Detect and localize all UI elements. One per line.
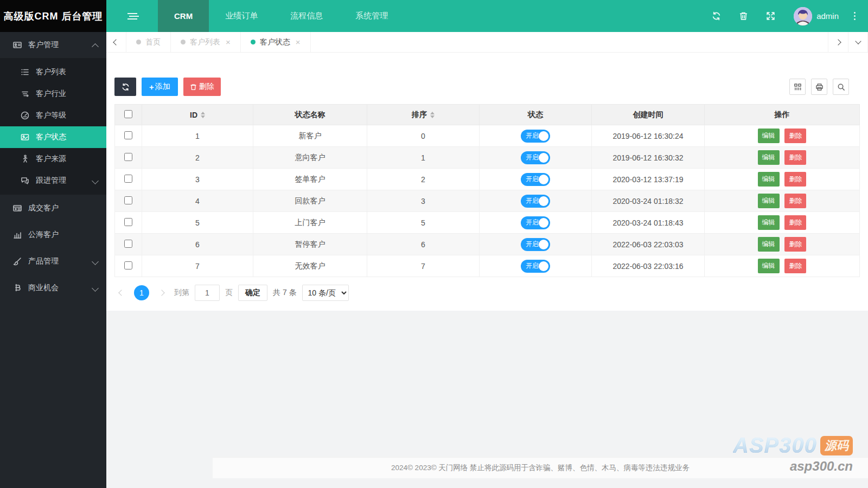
delete-button[interactable]: 删除 — [784, 194, 806, 208]
sidebar-collapse-button[interactable] — [106, 0, 158, 32]
sidebar-item-follow-management[interactable]: 跟进管理 — [0, 170, 106, 191]
tab-close-icon[interactable]: × — [226, 37, 231, 47]
cell-sort: 2 — [367, 169, 480, 190]
edit-button[interactable]: 编辑 — [758, 150, 780, 165]
status-toggle[interactable]: 开启 — [521, 130, 550, 143]
search-button[interactable] — [833, 79, 849, 95]
edit-button[interactable]: 编辑 — [758, 129, 780, 143]
add-button[interactable]: + 添加 — [142, 78, 178, 96]
edit-button[interactable]: 编辑 — [758, 237, 780, 252]
tab-customer-list[interactable]: 客户列表 × — [171, 32, 241, 52]
refresh-button[interactable] — [703, 0, 730, 32]
sidebar-item-product-management[interactable]: 产品管理 — [0, 248, 106, 274]
status-toggle[interactable]: 开启 — [521, 238, 550, 251]
delete-button[interactable]: 删除 — [784, 150, 806, 165]
username-label[interactable]: admin — [816, 11, 839, 21]
id-card-icon — [13, 204, 22, 213]
tab-scroll-right-button[interactable] — [828, 32, 848, 52]
header-created-time: 创建时间 — [592, 105, 705, 125]
cell-action: 编辑 删除 — [705, 125, 860, 147]
cell-created-time: 2019-06-12 16:30:32 — [592, 147, 705, 169]
row-checkbox[interactable] — [124, 131, 132, 139]
batch-delete-button[interactable]: 删除 — [183, 78, 221, 96]
status-toggle[interactable]: 开启 — [521, 260, 550, 273]
next-page-button[interactable] — [155, 286, 169, 300]
toggle-knob — [539, 175, 548, 184]
cell-status-name: 无效客户 — [253, 255, 367, 277]
fullscreen-button[interactable] — [757, 0, 784, 32]
sidebar-item-business-opportunity[interactable]: 商业机会 — [0, 274, 106, 301]
table-row: 1 新客户 0 开启 2019-06-12 16:30:24 编辑 删除 — [115, 125, 860, 147]
columns-grid-icon — [794, 83, 802, 91]
table-refresh-button[interactable] — [114, 78, 136, 96]
edit-button[interactable]: 编辑 — [758, 215, 780, 230]
row-checkbox[interactable] — [124, 153, 132, 161]
tab-scroll-left-button[interactable] — [106, 32, 126, 52]
sidebar-item-customer-level[interactable]: 客户等级 — [0, 105, 106, 126]
sidebar-item-customer-source[interactable]: 客户来源 — [0, 148, 106, 170]
topnav-item-system[interactable]: 系统管理 — [339, 0, 404, 32]
delete-button[interactable]: 删除 — [784, 215, 806, 230]
refresh-icon — [122, 83, 130, 91]
header-sort[interactable]: 排序 — [367, 105, 480, 125]
edit-button[interactable]: 编辑 — [758, 259, 780, 273]
cell-id: 6 — [142, 234, 253, 255]
sidebar-item-customer-industry[interactable]: 客户行业 — [0, 83, 106, 105]
more-menu-button[interactable] — [846, 0, 863, 32]
print-button[interactable] — [811, 79, 827, 95]
tab-dot-icon — [181, 40, 186, 44]
cell-id: 3 — [142, 169, 253, 190]
status-toggle[interactable]: 开启 — [521, 151, 550, 164]
prev-page-button[interactable] — [114, 286, 129, 300]
sidebar-item-public-sea-customers[interactable]: 公海客户 — [0, 221, 106, 248]
sidebar-group-customer-management[interactable]: 客户管理 — [0, 32, 106, 58]
cell-sort: 1 — [367, 147, 480, 169]
customer-status-table: ID 状态名称 排序 状态 创建时间 操作 1 新客户 0 开启 2019-06… — [114, 104, 860, 277]
delete-button[interactable]: 删除 — [784, 259, 806, 273]
row-checkbox[interactable] — [124, 175, 132, 183]
select-all-checkbox[interactable] — [124, 110, 132, 118]
header-id[interactable]: ID — [142, 105, 253, 125]
sidebar-item-customer-list[interactable]: 客户列表 — [0, 61, 106, 83]
row-checkbox[interactable] — [124, 196, 132, 204]
row-checkbox[interactable] — [124, 261, 132, 269]
topnav-item-process[interactable]: 流程信息 — [274, 0, 339, 32]
row-checkbox[interactable] — [124, 218, 132, 226]
tab-menu-button[interactable] — [848, 32, 868, 52]
delete-button[interactable]: 删除 — [784, 172, 806, 187]
toggle-knob — [539, 240, 548, 249]
status-toggle[interactable]: 开启 — [521, 195, 550, 208]
edit-button[interactable]: 编辑 — [758, 194, 780, 208]
status-toggle[interactable]: 开启 — [521, 173, 550, 186]
user-avatar[interactable] — [794, 7, 812, 25]
tab-close-icon[interactable]: × — [296, 37, 301, 47]
sidebar-item-customer-status[interactable]: 客户状态 — [0, 126, 106, 148]
tab-customer-status[interactable]: 客户状态 × — [241, 32, 311, 52]
footer: 2024© 2023© 天门网络 禁止将此源码用于含诈骗、赌博、色情、木马、病毒… — [213, 457, 868, 478]
per-page-select[interactable]: 10 条/页 — [302, 285, 349, 301]
cell-status-name: 新客户 — [253, 125, 367, 147]
clear-cache-button[interactable] — [730, 0, 757, 32]
page-number-1[interactable]: 1 — [134, 285, 149, 300]
sort-icon[interactable] — [201, 112, 205, 118]
sort-icon[interactable] — [430, 112, 435, 118]
topnav-item-orders[interactable]: 业绩订单 — [209, 0, 274, 32]
delete-button[interactable]: 删除 — [784, 237, 806, 252]
confirm-page-button[interactable]: 确定 — [238, 285, 267, 301]
total-count-label: 共 7 条 — [273, 288, 297, 298]
row-checkbox-cell — [115, 190, 142, 212]
page-number-input[interactable] — [195, 285, 220, 301]
cell-action: 编辑 删除 — [705, 234, 860, 255]
columns-filter-button[interactable] — [789, 79, 806, 95]
top-bar: 高级版CRM 后台管理 CRM 业绩订单 流程信息 系统管理 — [0, 0, 868, 32]
row-checkbox[interactable] — [124, 240, 132, 248]
topnav-item-crm[interactable]: CRM — [158, 0, 209, 32]
sidebar-item-deal-customers[interactable]: 成交客户 — [0, 195, 106, 221]
status-toggle[interactable]: 开启 — [521, 216, 550, 229]
tab-home[interactable]: 首页 — [126, 32, 171, 52]
topbar-actions: admin — [703, 0, 868, 32]
cell-status: 开启 — [480, 147, 592, 169]
delete-button[interactable]: 删除 — [784, 129, 806, 143]
table-row: 4 回款客户 3 开启 2020-03-24 01:18:32 编辑 删除 — [115, 190, 860, 212]
edit-button[interactable]: 编辑 — [758, 172, 780, 187]
